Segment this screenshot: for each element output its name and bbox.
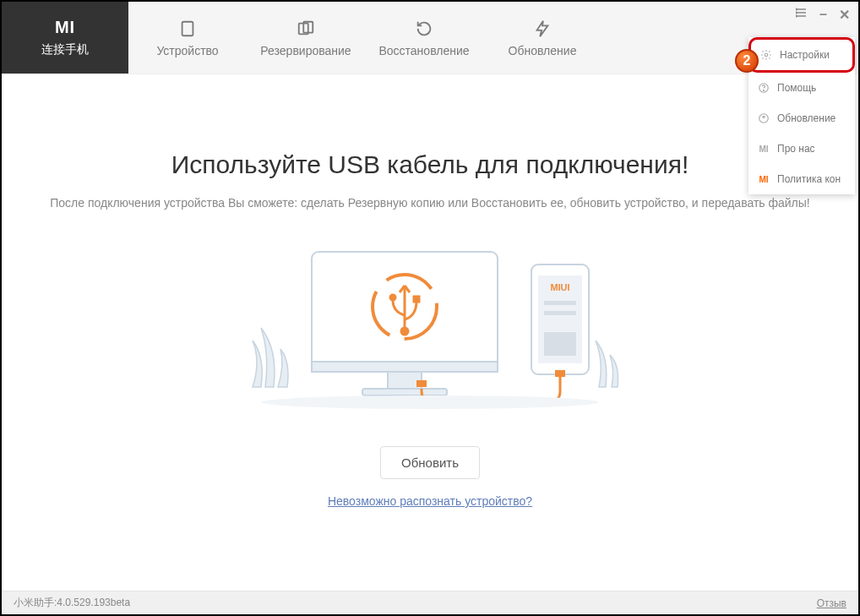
- brand-subtitle: 连接手机: [41, 42, 89, 57]
- main-subtitle: После подключения устройства Вы сможете:…: [2, 196, 858, 210]
- dropdown-settings-label: Настройки: [780, 49, 830, 61]
- svg-point-7: [796, 12, 797, 14]
- dropdown-about[interactable]: MI Про нас: [748, 134, 855, 164]
- dropdown-about-label: Про нас: [777, 143, 815, 155]
- minimize-icon[interactable]: –: [819, 7, 827, 23]
- nav-device-label: Устройство: [156, 44, 218, 57]
- restore-icon: [414, 19, 434, 39]
- nav-restore-label: Восстановление: [378, 44, 469, 57]
- svg-point-29: [261, 395, 599, 409]
- version-label: 小米助手:4.0.529.193beta: [14, 596, 130, 610]
- feedback-link[interactable]: Отзыв: [817, 597, 846, 609]
- main-content: Используйте USB кабель для подключения! …: [2, 74, 858, 509]
- nav-device[interactable]: Устройство: [128, 2, 247, 74]
- unrecognized-device-link[interactable]: Невозможно распознать устройство?: [328, 494, 532, 508]
- svg-rect-25: [544, 311, 576, 315]
- mi-orange-icon: MI: [757, 172, 770, 186]
- refresh-button[interactable]: Обновить: [380, 446, 480, 479]
- update-icon: [532, 19, 552, 39]
- dropdown-help-label: Помощь: [777, 82, 816, 94]
- svg-rect-28: [416, 380, 427, 387]
- status-bar: 小米助手:4.0.529.193beta Отзыв: [2, 591, 858, 614]
- gear-icon: [759, 48, 773, 62]
- update-small-icon: [757, 112, 770, 125]
- svg-point-19: [390, 295, 395, 300]
- nav-update-label: Обновление: [509, 44, 577, 57]
- svg-rect-24: [544, 301, 576, 305]
- close-icon[interactable]: ✕: [839, 7, 850, 23]
- nav-backup[interactable]: Резервирование: [247, 2, 365, 74]
- dropdown-settings[interactable]: Настройки: [748, 37, 855, 73]
- mi-logo: MI: [55, 18, 75, 37]
- dropdown-update[interactable]: Обновление: [748, 103, 855, 134]
- svg-point-6: [796, 8, 797, 10]
- connection-illustration: MIUI: [236, 235, 624, 421]
- svg-point-8: [796, 15, 797, 17]
- svg-point-21: [401, 328, 408, 335]
- nav-backup-label: Резервирование: [260, 44, 351, 57]
- svg-rect-0: [182, 21, 193, 35]
- dropdown-update-label: Обновление: [777, 112, 836, 124]
- svg-point-9: [765, 53, 768, 57]
- svg-rect-14: [312, 362, 498, 372]
- backup-icon: [296, 19, 316, 39]
- window-controls: – ✕: [796, 7, 850, 23]
- phone-miui-label: MIUI: [550, 282, 569, 292]
- svg-rect-26: [544, 332, 576, 356]
- settings-dropdown: Настройки Помощь Обновление MI Про нас M…: [748, 37, 855, 194]
- nav-restore[interactable]: Восстановление: [365, 2, 483, 74]
- dropdown-policy[interactable]: MI Политика кон: [748, 164, 855, 194]
- mi-small-icon: MI: [757, 142, 770, 155]
- help-icon: [757, 81, 770, 95]
- top-toolbar: MI 连接手机 Устройство Резервирование Восста…: [2, 2, 858, 74]
- svg-rect-20: [414, 297, 419, 302]
- dropdown-policy-label: Политика кон: [777, 173, 841, 185]
- svg-point-11: [764, 90, 765, 90]
- main-heading: Используйте USB кабель для подключения!: [2, 150, 858, 179]
- device-icon: [177, 19, 198, 39]
- menu-icon[interactable]: [796, 7, 808, 23]
- nav-update[interactable]: Обновление: [483, 2, 601, 74]
- svg-rect-16: [362, 389, 447, 395]
- dropdown-help[interactable]: Помощь: [748, 73, 855, 103]
- nav-bar: Устройство Резервирование Восстановление…: [128, 2, 601, 74]
- svg-rect-27: [555, 370, 565, 377]
- brand-block: MI 连接手机: [2, 2, 128, 74]
- annotation-badge: 2: [735, 49, 759, 73]
